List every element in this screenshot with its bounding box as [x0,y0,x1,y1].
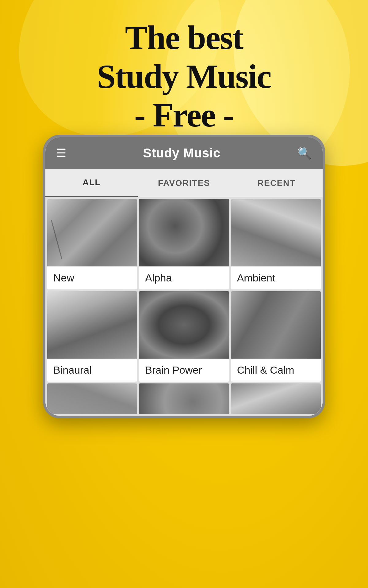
grid-image-alpha [139,199,229,266]
grid-image-partial-1 [47,383,137,414]
menu-icon[interactable]: ☰ [56,148,66,159]
app-title: Study Music [143,146,220,160]
grid-label-new: New [47,266,137,289]
grid-image-ambient [231,199,321,266]
grid-image-partial-2 [139,383,229,414]
grid-item-alpha[interactable]: Alpha [139,199,229,289]
tab-favorites[interactable]: FAVORITES [138,170,230,197]
tab-all[interactable]: ALL [45,169,138,197]
grid-label-brain-power: Brain Power [139,359,229,382]
tab-recent[interactable]: RECENT [230,170,323,197]
app-toolbar: ☰ Study Music 🔍 [45,137,323,169]
category-grid: New Alpha Ambient Binaural [45,197,323,383]
grid-bottom-partial [45,383,323,416]
grid-item-chill-calm[interactable]: Chill & Calm [231,291,321,382]
grid-image-new [47,199,137,266]
grid-label-binaural: Binaural [47,359,137,382]
grid-image-brain-power [139,291,229,359]
grid-image-chill-calm [231,291,321,359]
grid-label-alpha: Alpha [139,266,229,289]
grid-image-partial-3 [231,383,321,414]
phone-mockup: ☰ Study Music 🔍 ALL FAVORITES RECENT New [43,135,325,418]
phone-frame: ☰ Study Music 🔍 ALL FAVORITES RECENT New [43,135,325,418]
tab-bar: ALL FAVORITES RECENT [45,169,323,197]
phone-screen: ☰ Study Music 🔍 ALL FAVORITES RECENT New [45,137,323,416]
grid-label-ambient: Ambient [231,266,321,289]
grid-item-binaural[interactable]: Binaural [47,291,137,382]
headline-text: The best Study Music - Free - [0,18,368,135]
headline: The best Study Music - Free - [0,18,368,135]
search-icon[interactable]: 🔍 [297,146,312,160]
grid-item-partial-2[interactable] [139,383,229,414]
grid-label-chill-calm: Chill & Calm [231,359,321,382]
grid-item-ambient[interactable]: Ambient [231,199,321,289]
grid-item-partial-1[interactable] [47,383,137,414]
grid-item-new[interactable]: New [47,199,137,289]
grid-item-brain-power[interactable]: Brain Power [139,291,229,382]
grid-item-partial-3[interactable] [231,383,321,414]
grid-image-binaural [47,291,137,359]
